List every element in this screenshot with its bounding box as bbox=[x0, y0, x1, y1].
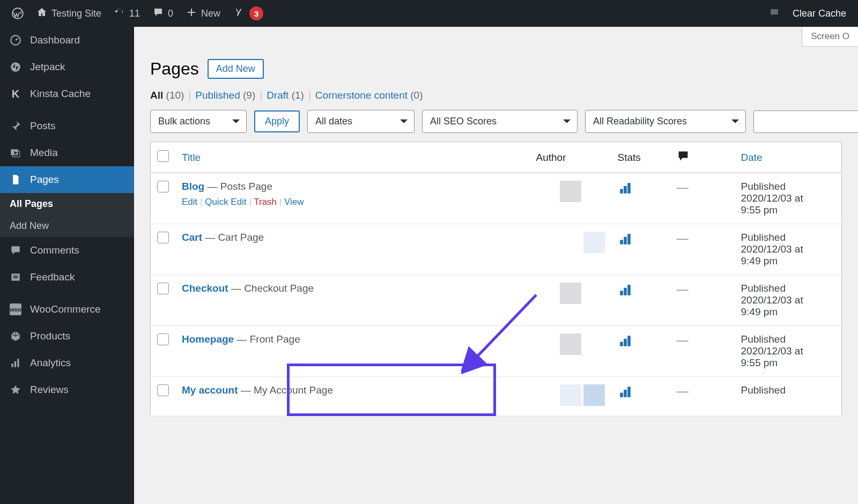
wp-logo[interactable] bbox=[5, 0, 30, 27]
row-title-link[interactable]: Cart bbox=[182, 232, 202, 243]
site-name-link[interactable]: Testing Site bbox=[30, 0, 108, 27]
clear-cache-link[interactable]: Clear Cache bbox=[786, 0, 853, 27]
row-checkbox[interactable] bbox=[157, 232, 169, 243]
updates-link[interactable]: 11 bbox=[108, 0, 146, 27]
row-checkbox[interactable] bbox=[157, 333, 169, 345]
new-content-link[interactable]: New bbox=[180, 0, 227, 27]
sub-all-pages[interactable]: All Pages bbox=[0, 193, 134, 215]
comment-icon bbox=[153, 7, 164, 20]
filter-cornerstone[interactable]: Cornerstone content bbox=[315, 90, 408, 101]
action-quick-edit[interactable]: Quick Edit bbox=[205, 197, 246, 207]
search-input[interactable] bbox=[753, 110, 858, 133]
dates-filter[interactable]: All dates bbox=[307, 110, 415, 133]
table-row: Blog — Posts PageEdit | Quick Edit | Tra… bbox=[151, 173, 842, 224]
svg-rect-22 bbox=[620, 392, 623, 397]
site-name: Testing Site bbox=[51, 8, 101, 19]
author-cell bbox=[536, 384, 605, 406]
svg-rect-6 bbox=[11, 273, 19, 280]
search-box bbox=[753, 110, 858, 133]
comments-dash: — bbox=[677, 283, 689, 296]
dashboard-icon bbox=[10, 34, 21, 46]
sidebar-item-posts[interactable]: Posts bbox=[0, 113, 134, 139]
admin-sidebar: Dashboard Jetpack KKinsta Cache Posts Me… bbox=[0, 27, 134, 504]
filter-draft[interactable]: Draft bbox=[267, 90, 289, 101]
svg-rect-12 bbox=[627, 183, 631, 194]
sidebar-item-woocommerce[interactable]: wooWooCommerce bbox=[0, 296, 134, 323]
table-row: Checkout — Checkout Page — Published2020… bbox=[151, 275, 842, 326]
bulk-actions-select[interactable]: Bulk actions bbox=[150, 110, 247, 133]
apply-button[interactable]: Apply bbox=[254, 110, 300, 132]
stats-icon[interactable] bbox=[618, 187, 633, 198]
date-cell: Published bbox=[735, 377, 842, 416]
svg-rect-9 bbox=[17, 359, 19, 367]
sidebar-item-comments[interactable]: Comments bbox=[0, 237, 134, 264]
pages-table: Title Author Stats Date Blog — Posts Pag… bbox=[150, 142, 842, 416]
sidebar-item-products[interactable]: Products bbox=[0, 323, 134, 350]
seo-scores-filter[interactable]: All SEO Scores bbox=[422, 110, 578, 133]
action-edit[interactable]: Edit bbox=[182, 197, 197, 207]
comments-dash: — bbox=[677, 384, 689, 398]
col-date[interactable]: Date bbox=[735, 142, 842, 173]
stats-icon[interactable] bbox=[618, 390, 633, 402]
comments-count: 0 bbox=[168, 8, 173, 19]
table-row: Homepage — Front Page — Published2020/12… bbox=[151, 326, 842, 377]
svg-rect-19 bbox=[620, 342, 623, 346]
plus-icon bbox=[186, 7, 197, 20]
pin-icon bbox=[10, 120, 21, 132]
yoast-link[interactable]: 3 bbox=[227, 0, 270, 27]
sidebar-item-jetpack[interactable]: Jetpack bbox=[0, 54, 134, 80]
date-cell: Published2020/12/03 at9:55 pm bbox=[735, 173, 842, 224]
row-checkbox[interactable] bbox=[157, 283, 169, 294]
sidebar-item-pages[interactable]: Pages bbox=[0, 166, 134, 193]
sidebar-item-media[interactable]: Media bbox=[0, 139, 134, 166]
table-nav: Bulk actions Apply All dates All SEO Sco… bbox=[150, 110, 842, 133]
row-title-link[interactable]: Blog bbox=[182, 181, 204, 192]
comments-link[interactable]: 0 bbox=[146, 0, 180, 27]
jetpack-icon bbox=[10, 61, 21, 73]
pages-icon bbox=[10, 174, 21, 186]
row-title-link[interactable]: Checkout bbox=[182, 283, 228, 294]
action-view[interactable]: View bbox=[284, 197, 304, 207]
stats-icon[interactable] bbox=[618, 339, 633, 351]
svg-rect-11 bbox=[624, 186, 627, 194]
sub-add-new[interactable]: Add New bbox=[0, 215, 134, 237]
svg-rect-8 bbox=[14, 361, 16, 367]
table-row: Cart — Cart Page — Published2020/12/03 a… bbox=[151, 224, 842, 275]
svg-rect-21 bbox=[627, 336, 631, 346]
row-checkbox[interactable] bbox=[157, 384, 169, 396]
screen-options-tab[interactable]: Screen O bbox=[802, 27, 858, 47]
stats-icon[interactable] bbox=[618, 238, 633, 249]
svg-rect-14 bbox=[624, 237, 627, 244]
svg-point-3 bbox=[11, 62, 20, 72]
comments-dash: — bbox=[677, 232, 689, 245]
sidebar-submenu: All Pages Add New bbox=[0, 193, 134, 237]
row-title-link[interactable]: Homepage bbox=[182, 333, 234, 345]
row-checkbox[interactable] bbox=[157, 181, 169, 192]
notifications[interactable] bbox=[763, 0, 786, 27]
readability-filter[interactable]: All Readability Scores bbox=[585, 110, 746, 133]
sidebar-item-kinsta[interactable]: KKinsta Cache bbox=[0, 80, 134, 107]
svg-rect-13 bbox=[620, 240, 623, 244]
row-title-link[interactable]: My account bbox=[182, 384, 238, 396]
select-all-checkbox[interactable] bbox=[157, 150, 169, 162]
col-comments[interactable] bbox=[670, 142, 735, 173]
date-cell: Published2020/12/03 at9:49 pm bbox=[735, 224, 842, 275]
sidebar-item-feedback[interactable]: Feedback bbox=[0, 264, 134, 291]
add-new-button[interactable]: Add New bbox=[208, 59, 264, 79]
table-row: My account — My Account Page — Published bbox=[151, 377, 842, 416]
action-trash[interactable]: Trash bbox=[254, 197, 277, 207]
filter-published[interactable]: Published bbox=[195, 90, 240, 101]
sidebar-item-dashboard[interactable]: Dashboard bbox=[0, 27, 134, 54]
sidebar-item-analytics[interactable]: Analytics bbox=[0, 350, 134, 376]
kinsta-icon: K bbox=[10, 88, 21, 100]
woo-icon: woo bbox=[10, 303, 21, 315]
home-icon bbox=[36, 7, 47, 20]
sidebar-item-reviews[interactable]: Reviews bbox=[0, 376, 134, 403]
date-cell: Published2020/12/03 at9:55 pm bbox=[735, 326, 842, 377]
author-cell bbox=[536, 333, 605, 355]
filter-all[interactable]: All bbox=[150, 90, 163, 101]
svg-rect-17 bbox=[624, 288, 627, 295]
updates-count: 11 bbox=[129, 8, 140, 19]
col-title[interactable]: Title bbox=[175, 142, 530, 173]
stats-icon[interactable] bbox=[618, 288, 633, 300]
